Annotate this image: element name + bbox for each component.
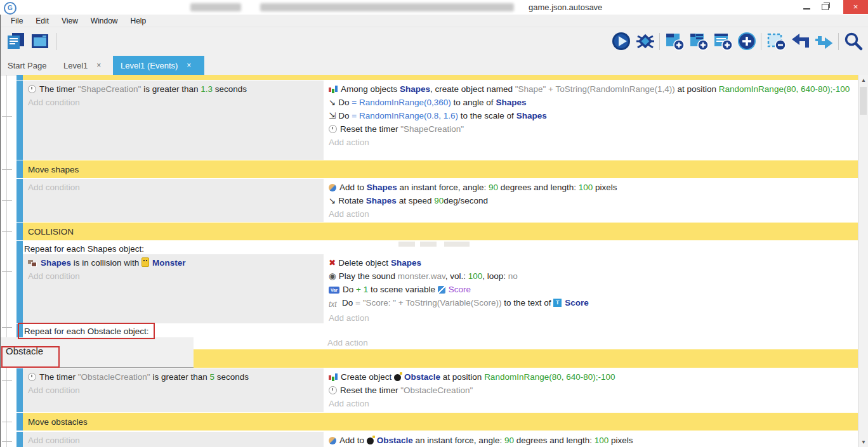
text-icon: [329, 297, 339, 311]
condition-line[interactable]: The timer "ObstacleCreation" is greater …: [28, 370, 319, 384]
add-action-link[interactable]: Add action: [329, 207, 853, 221]
action-line[interactable]: ✖Delete object Shapes: [329, 256, 853, 269]
tab-close-icon[interactable]: ×: [187, 61, 191, 70]
event2-conditions: Add condition: [23, 179, 324, 222]
scale-icon: ⇲: [329, 109, 336, 122]
event-selection-bar[interactable]: [16, 160, 23, 178]
gutter-tick: [2, 116, 12, 117]
repeat-shapes-header[interactable]: Repeat for each Shapes object:: [24, 243, 144, 256]
event-selection-bar[interactable]: [16, 179, 23, 222]
add-special-event-button[interactable]: [736, 30, 758, 52]
scrollbar-thumb[interactable]: [860, 87, 867, 115]
menu-bar: File Edit View Window Help: [0, 15, 868, 27]
event-selection-bar[interactable]: [16, 223, 23, 240]
close-button[interactable]: ×: [843, 0, 868, 14]
tab-close-icon[interactable]: ×: [96, 61, 101, 70]
add-subevent-button[interactable]: [688, 30, 709, 52]
add-condition-link[interactable]: Add condition: [28, 434, 319, 447]
delete-icon: ✖: [329, 256, 336, 269]
angle-icon: ↘: [329, 96, 336, 109]
timer-icon: [28, 85, 36, 93]
monster-icon: [141, 257, 149, 267]
add-condition-link[interactable]: Add condition: [28, 96, 319, 109]
drag-artifact: [398, 242, 415, 247]
menu-edit[interactable]: Edit: [30, 15, 55, 27]
action-line[interactable]: Add to Shapes an instant force, angle: 9…: [329, 181, 853, 194]
timer-icon: [329, 386, 337, 394]
gutter-tick: [2, 380, 12, 381]
gutter-line: [6, 75, 7, 447]
comment-move-shapes[interactable]: Move shapes: [23, 160, 858, 178]
add-action-link[interactable]: Add action: [329, 311, 853, 325]
force-icon: [329, 184, 336, 191]
comment-collision[interactable]: COLLISION: [23, 223, 858, 240]
debug-bug-button[interactable]: [635, 30, 656, 52]
event5-actions: Create object Obstacle at position Rando…: [324, 368, 858, 412]
add-action-link[interactable]: Add action: [327, 336, 368, 349]
scroll-up-icon[interactable]: ▲: [860, 77, 867, 83]
event1-conditions: The timer "ShapeCreation" is greater tha…: [23, 81, 324, 160]
blurred-title-segment: [190, 3, 241, 11]
action-line[interactable]: Do + 1 to scene variable Score: [329, 283, 853, 296]
play-button[interactable]: [610, 30, 632, 52]
add-action-link[interactable]: Add action: [329, 136, 853, 149]
redo-button[interactable]: [813, 30, 835, 52]
menu-window[interactable]: Window: [85, 15, 124, 27]
comment-row-partial[interactable]: [23, 75, 858, 80]
menu-help[interactable]: Help: [125, 15, 152, 27]
rotate-icon: ↘: [329, 194, 336, 207]
tab-start-page[interactable]: Start Page: [0, 56, 54, 75]
tab-level1-events[interactable]: Level1 (Events) ×: [113, 56, 204, 75]
restore-button[interactable]: [822, 4, 829, 10]
tab-label: Level1 (Events): [121, 61, 178, 70]
remove-event-button[interactable]: [765, 30, 787, 52]
action-line[interactable]: ↘Do = RandomInRange(0,360) to angle of S…: [329, 96, 853, 109]
search-button[interactable]: [843, 30, 864, 52]
event3-actions: ✖Delete object Shapes ◉Play the sound mo…: [324, 254, 858, 323]
annotation-box-repeat-obstacle: [18, 323, 155, 339]
add-condition-link[interactable]: Add condition: [28, 181, 319, 194]
action-line[interactable]: Reset the timer "ObstacleCreation": [329, 384, 853, 397]
text-object-icon: [553, 299, 562, 307]
action-line[interactable]: ◉Play the sound monster.wav, vol.: 100, …: [329, 269, 853, 283]
event-selection-bar[interactable]: [16, 432, 23, 447]
add-condition-link[interactable]: Add condition: [28, 269, 319, 283]
gdevelop-window: G game.json.autosave × File Edit View Wi…: [0, 0, 868, 447]
add-event-button[interactable]: [664, 30, 685, 52]
window-title: game.json.autosave: [529, 3, 602, 12]
event-selection-bar[interactable]: [16, 413, 23, 431]
condition-line[interactable]: Shapes is in collision with Monster: [28, 256, 319, 269]
action-line[interactable]: Do = "Score: " + ToString(Variable(Score…: [329, 296, 853, 311]
event2-actions: Add to Shapes an instant force, angle: 9…: [324, 179, 858, 222]
vertical-scrollbar[interactable]: [858, 75, 868, 447]
sound-icon: ◉: [329, 269, 336, 283]
action-line[interactable]: ↘Rotate Shapes at speed 90deg/second: [329, 194, 853, 207]
event-selection-bar[interactable]: [16, 81, 23, 160]
gdevelop-logo-icon: G: [4, 2, 16, 15]
tab-level1[interactable]: Level1 ×: [56, 56, 109, 75]
menu-view[interactable]: View: [56, 15, 84, 27]
event-selection-bar[interactable]: [16, 75, 23, 80]
event3-conditions: Shapes is in collision with Monster Add …: [23, 254, 324, 323]
menu-file[interactable]: File: [5, 15, 29, 27]
event-selection-bar[interactable]: [16, 241, 23, 323]
condition-line[interactable]: The timer "ShapeCreation" is greater tha…: [28, 82, 319, 96]
project-manager-icon[interactable]: [5, 30, 27, 52]
action-line[interactable]: ⇲Do = RandomInRange(0.8, 1.6) to the sca…: [329, 109, 853, 122]
action-line[interactable]: Reset the timer "ShapeCreation": [329, 122, 853, 136]
action-line[interactable]: Create object Obstacle at position Rando…: [329, 370, 853, 384]
comment-move-obstacles[interactable]: Move obstacles: [23, 413, 858, 431]
event-selection-bar[interactable]: [16, 368, 23, 412]
scroll-down-icon[interactable]: ▼: [860, 439, 867, 445]
toolbar-separator: [659, 33, 660, 50]
annotation-box-obstacle-option: [1, 346, 60, 368]
add-action-link[interactable]: Add action: [329, 397, 853, 410]
undo-button[interactable]: [789, 30, 811, 52]
add-comment-button[interactable]: [712, 30, 733, 52]
scene-editor-icon[interactable]: [29, 30, 51, 52]
action-line[interactable]: Among objects Shapes, create object name…: [329, 82, 853, 96]
action-line[interactable]: Add to Obstacle an instant force, angle:…: [329, 434, 853, 447]
minimize-button[interactable]: [803, 8, 810, 10]
blurred-title-segment: [260, 3, 514, 11]
add-condition-link[interactable]: Add condition: [28, 384, 319, 397]
